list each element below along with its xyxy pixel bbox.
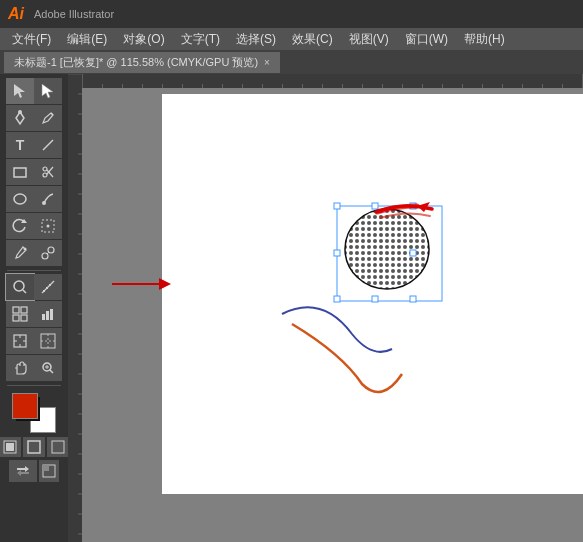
- artboard-tool[interactable]: [6, 328, 34, 354]
- pen-tool[interactable]: [6, 105, 34, 131]
- svg-rect-47: [68, 74, 82, 542]
- brush-tool[interactable]: [34, 186, 62, 212]
- tab-close-button[interactable]: ×: [264, 57, 270, 68]
- measure-tool[interactable]: [34, 274, 62, 300]
- screen-mode-button[interactable]: [39, 460, 59, 482]
- svg-rect-107: [334, 250, 340, 256]
- main-area: T: [0, 74, 583, 542]
- svg-rect-26: [46, 311, 49, 320]
- graph-tool[interactable]: [34, 301, 62, 327]
- svg-rect-101: [334, 203, 340, 209]
- svg-line-20: [23, 290, 26, 293]
- color-swatches[interactable]: [12, 393, 56, 433]
- app-title: Adobe Illustrator: [34, 8, 114, 20]
- direct-select-tool[interactable]: [34, 78, 62, 104]
- svg-point-6: [43, 167, 47, 171]
- canvas-area[interactable]: [82, 74, 583, 542]
- type-tool[interactable]: T: [6, 132, 34, 158]
- svg-rect-5: [14, 168, 26, 177]
- ellipse-tool[interactable]: [6, 186, 34, 212]
- pencil-tool[interactable]: [34, 105, 62, 131]
- svg-rect-46: [43, 465, 49, 471]
- svg-line-3: [51, 113, 53, 115]
- line-tool[interactable]: [34, 132, 62, 158]
- svg-rect-33: [41, 334, 55, 348]
- color-swatch-area: [0, 393, 68, 482]
- fill-color-swatch[interactable]: [12, 393, 38, 419]
- zoom-tool[interactable]: [34, 355, 62, 381]
- menu-help[interactable]: 帮助(H): [456, 31, 513, 48]
- hand-tool[interactable]: [6, 355, 34, 381]
- document-page: [162, 94, 583, 494]
- tool-row-pen: [2, 105, 66, 131]
- svg-point-7: [43, 173, 47, 177]
- slice-tool[interactable]: [34, 328, 62, 354]
- svg-rect-21: [13, 307, 19, 313]
- tab-label: 未标题-1 [已恢复]* @ 115.58% (CMYK/GPU 预览): [14, 55, 258, 70]
- transform-tool[interactable]: [34, 213, 62, 239]
- svg-rect-24: [21, 315, 27, 321]
- toolbar-divider-1: [7, 270, 61, 271]
- tool-row-shape: [2, 159, 66, 185]
- svg-rect-106: [372, 296, 378, 302]
- tool-row-artboard: [2, 328, 66, 354]
- svg-rect-27: [50, 309, 53, 320]
- tool-row-hand: [2, 355, 66, 381]
- tool-row-graph: [2, 301, 66, 327]
- svg-point-11: [42, 201, 46, 205]
- swap-colors-button[interactable]: [9, 460, 37, 482]
- blend-tool[interactable]: [34, 240, 62, 266]
- menu-bar: 文件(F) 编辑(E) 对象(O) 文字(T) 选择(S) 效果(C) 视图(V…: [0, 28, 583, 50]
- outline-mode-button[interactable]: [23, 437, 45, 457]
- svg-rect-103: [334, 296, 340, 302]
- svg-line-4: [43, 140, 53, 150]
- title-bar: Ai Adobe Illustrator: [0, 0, 583, 28]
- svg-rect-72: [83, 74, 583, 88]
- svg-point-2: [18, 110, 22, 114]
- menu-edit[interactable]: 编辑(E): [59, 31, 115, 48]
- tool-row-ellipse: [2, 186, 66, 212]
- symbol-tool[interactable]: [6, 301, 34, 327]
- svg-marker-0: [14, 84, 25, 98]
- toolbar-divider-2: [7, 385, 61, 386]
- svg-rect-43: [28, 441, 40, 453]
- tool-row-type: T: [2, 132, 66, 158]
- menu-effect[interactable]: 效果(C): [284, 31, 341, 48]
- document-tab[interactable]: 未标题-1 [已恢复]* @ 115.58% (CMYK/GPU 预览) ×: [4, 52, 280, 73]
- artwork-svg: [162, 94, 583, 494]
- svg-point-19: [14, 281, 24, 291]
- svg-line-38: [50, 370, 53, 373]
- rect-tool[interactable]: [6, 159, 34, 185]
- menu-file[interactable]: 文件(F): [4, 31, 59, 48]
- svg-rect-105: [372, 203, 378, 209]
- eyedropper-tool[interactable]: [6, 240, 34, 266]
- svg-rect-104: [410, 296, 416, 302]
- normal-mode-button[interactable]: [0, 437, 21, 457]
- svg-line-18: [47, 252, 49, 254]
- svg-point-10: [14, 194, 26, 204]
- svg-point-14: [47, 225, 50, 228]
- svg-point-15: [24, 248, 27, 251]
- extra-buttons: [9, 460, 59, 482]
- rotate-tool[interactable]: [6, 213, 34, 239]
- tool-row-select: [2, 78, 66, 104]
- select-tool[interactable]: [6, 78, 34, 104]
- svg-marker-1: [42, 84, 53, 98]
- svg-rect-42: [6, 443, 14, 451]
- back-mode-button[interactable]: [47, 437, 68, 457]
- menu-text[interactable]: 文字(T): [173, 31, 228, 48]
- svg-rect-23: [13, 315, 19, 321]
- svg-rect-108: [410, 250, 416, 256]
- menu-object[interactable]: 对象(O): [115, 31, 172, 48]
- scissors-tool[interactable]: [34, 159, 62, 185]
- lens-tool[interactable]: [6, 274, 34, 300]
- view-mode-buttons: [0, 437, 68, 457]
- tool-row-lens: [2, 274, 66, 300]
- ai-logo: Ai: [8, 5, 24, 23]
- vertical-ruler: [68, 74, 82, 542]
- tool-row-rotate: [2, 213, 66, 239]
- menu-window[interactable]: 窗口(W): [397, 31, 456, 48]
- menu-select[interactable]: 选择(S): [228, 31, 284, 48]
- tool-row-eyedropper: [2, 240, 66, 266]
- menu-view[interactable]: 视图(V): [341, 31, 397, 48]
